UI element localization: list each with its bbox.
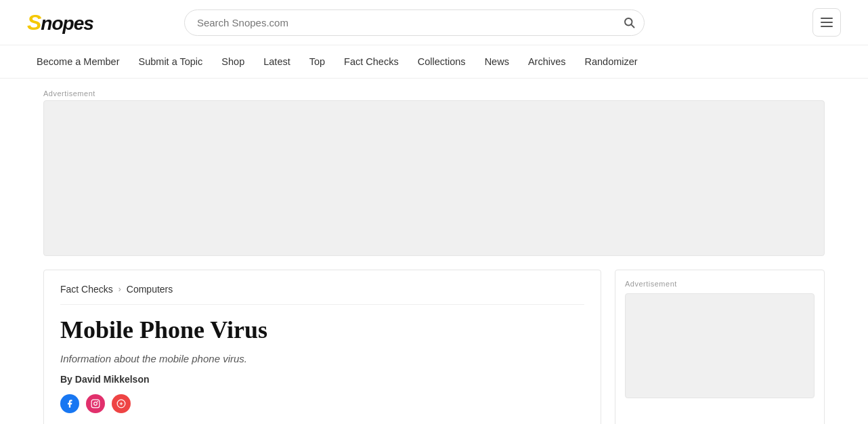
top-ad-banner: [43, 100, 825, 256]
nav-shop[interactable]: Shop: [212, 45, 254, 78]
article-section: Fact Checks › Computers Mobile Phone Vir…: [43, 270, 601, 424]
main-nav: Become a Member Submit a Topic Shop Late…: [0, 45, 868, 79]
nav-latest[interactable]: Latest: [254, 45, 300, 78]
breadcrumb-fact-checks[interactable]: Fact Checks: [60, 284, 113, 295]
nav-news[interactable]: News: [475, 45, 519, 78]
nav-submit-topic[interactable]: Submit a Topic: [129, 45, 213, 78]
search-container: [184, 9, 645, 36]
instagram-share-button[interactable]: [86, 394, 105, 413]
site-header: Snopes: [0, 0, 868, 45]
article-subtitle: Information about the mobile phone virus…: [60, 353, 584, 364]
sidebar-ad: Advertisement: [615, 270, 825, 424]
nav-fact-checks[interactable]: Fact Checks: [334, 45, 408, 78]
facebook-icon: [65, 399, 74, 408]
sidebar-ad-box: [625, 293, 815, 398]
facebook-share-button[interactable]: [60, 394, 79, 413]
nav-become-member[interactable]: Become a Member: [27, 45, 129, 78]
menu-button[interactable]: [812, 8, 841, 37]
nav-randomizer[interactable]: Randomizer: [576, 45, 647, 78]
reddit-share-button[interactable]: [112, 394, 131, 413]
social-icons: [60, 394, 584, 413]
main-content: Fact Checks › Computers Mobile Phone Vir…: [0, 270, 868, 424]
byline-prefix: By: [60, 374, 72, 385]
breadcrumb-separator: ›: [118, 284, 121, 294]
nav-top[interactable]: Top: [300, 45, 334, 78]
logo-rest: nopes: [41, 13, 93, 34]
nav-archives[interactable]: Archives: [519, 45, 576, 78]
nav-collections[interactable]: Collections: [408, 45, 475, 78]
top-ad-label: Advertisement: [43, 89, 825, 98]
breadcrumb-computers: Computers: [127, 284, 173, 295]
svg-point-4: [97, 401, 98, 402]
article-author[interactable]: David Mikkelson: [75, 374, 150, 385]
logo-s: S: [27, 10, 41, 35]
site-logo[interactable]: Snopes: [27, 10, 93, 35]
sidebar-ad-label: Advertisement: [625, 280, 815, 288]
top-ad-wrapper: Advertisement: [0, 89, 868, 256]
svg-rect-2: [91, 400, 100, 408]
search-input[interactable]: [184, 9, 645, 36]
article-title: Mobile Phone Virus: [60, 316, 584, 345]
search-button[interactable]: [623, 16, 635, 28]
search-icon: [623, 16, 635, 28]
reddit-icon: [116, 399, 126, 408]
svg-point-3: [94, 402, 97, 406]
breadcrumb: Fact Checks › Computers: [60, 284, 584, 305]
article-byline: By David Mikkelson: [60, 374, 584, 385]
hamburger-icon: [821, 18, 833, 27]
instagram-icon: [91, 399, 100, 408]
svg-line-1: [631, 24, 634, 27]
